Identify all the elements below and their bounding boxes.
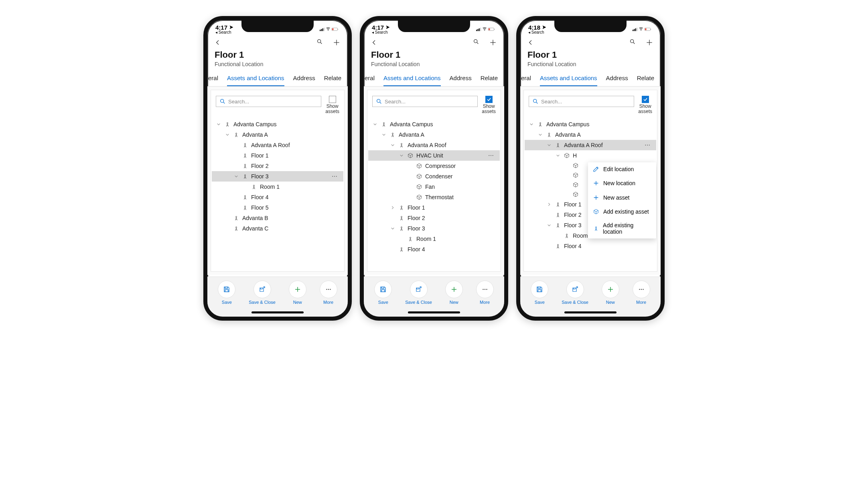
context-menu-item[interactable]: New asset xyxy=(588,190,656,205)
bottom-save-button[interactable]: Save xyxy=(531,281,548,305)
chevron-icon[interactable] xyxy=(555,154,561,158)
chevron-icon[interactable] xyxy=(546,202,552,206)
tab-assets and locations[interactable]: Assets and Locations xyxy=(227,71,284,86)
search-icon[interactable] xyxy=(629,38,636,46)
context-menu-item[interactable]: Edit location xyxy=(588,162,656,176)
add-icon[interactable] xyxy=(645,38,653,46)
bottom-save-button[interactable]: Save xyxy=(374,281,392,305)
page-header: Floor 1Functional Location xyxy=(364,50,504,71)
chevron-icon[interactable] xyxy=(216,122,221,126)
tree-node[interactable]: Advanta C xyxy=(212,223,343,234)
tree-node[interactable]: HVAC Unit⋯ xyxy=(368,150,500,161)
tree-node[interactable]: Floor 1 xyxy=(368,202,500,213)
tree-node[interactable]: Floor 2 xyxy=(368,213,500,223)
add-icon[interactable] xyxy=(489,38,497,46)
bottom-new-button[interactable]: New xyxy=(602,281,619,305)
tab-assets and locations[interactable]: Assets and Locations xyxy=(540,71,597,86)
tree-node[interactable]: Advanta A Roof xyxy=(368,140,500,150)
tree-node[interactable]: Floor 2 xyxy=(212,161,343,171)
bottom-saveclose-button[interactable]: Save & Close xyxy=(562,281,588,305)
node-more-icon[interactable]: ⋯ xyxy=(332,173,341,180)
show-assets-toggle[interactable]: Showassets xyxy=(482,96,496,114)
tree-node[interactable]: Room 1 xyxy=(212,182,343,192)
tab-eral[interactable]: eral xyxy=(516,71,531,86)
location-icon xyxy=(555,243,561,249)
tree-node[interactable]: Advanta A xyxy=(368,129,500,140)
tree-node[interactable]: Room 1 xyxy=(368,234,500,244)
tree-node[interactable]: Condenser xyxy=(368,171,500,182)
bottom-saveclose-button[interactable]: Save & Close xyxy=(405,281,432,305)
back-button[interactable] xyxy=(527,38,534,46)
chevron-icon[interactable] xyxy=(529,122,534,126)
tab-relate[interactable]: Relate xyxy=(637,71,654,86)
tree-node[interactable]: Thermostat xyxy=(368,192,500,202)
tree-node[interactable]: Advanta B xyxy=(212,213,343,223)
tree-node[interactable]: Advanta Campus xyxy=(212,119,343,129)
bottom-more-button[interactable]: More xyxy=(633,281,650,305)
search-input[interactable]: Search... xyxy=(216,96,321,107)
tree-node[interactable]: Floor 4 xyxy=(525,241,656,251)
chevron-icon[interactable] xyxy=(390,226,395,230)
chevron-icon[interactable] xyxy=(225,133,230,137)
back-button[interactable] xyxy=(371,38,377,46)
tree-node[interactable]: Advanta A xyxy=(525,129,656,140)
bottom-save-button[interactable]: Save xyxy=(218,281,235,305)
node-more-icon[interactable]: ⋯ xyxy=(488,152,497,159)
tree-node[interactable]: Floor 4 xyxy=(368,244,500,255)
chevron-icon[interactable] xyxy=(233,174,239,178)
bottom-new-button[interactable]: New xyxy=(289,281,306,305)
bottom-saveclose-button[interactable]: Save & Close xyxy=(249,281,276,305)
bottom-more-button[interactable]: More xyxy=(320,281,337,305)
nav-bar xyxy=(364,35,504,50)
show-assets-toggle[interactable]: Showassets xyxy=(325,96,339,114)
tree-node[interactable]: Floor 4 xyxy=(212,192,343,202)
tree-node[interactable]: Advanta A Roof xyxy=(212,140,343,150)
search-input[interactable]: Search... xyxy=(372,96,478,107)
search-icon[interactable] xyxy=(473,38,479,46)
tree-node[interactable]: H xyxy=(525,150,656,161)
tree-node[interactable]: Advanta A Roof⋯ xyxy=(525,140,656,150)
location-icon xyxy=(593,226,599,231)
context-menu-item[interactable]: Add existing location xyxy=(588,218,656,238)
search-icon[interactable] xyxy=(316,38,323,46)
tab-address[interactable]: Address xyxy=(450,71,472,86)
chevron-icon[interactable] xyxy=(390,206,395,210)
status-back-link[interactable]: ◂ Search xyxy=(372,30,390,34)
chevron-icon[interactable] xyxy=(546,143,552,147)
tab-eral[interactable]: eral xyxy=(203,71,218,86)
tab-relate[interactable]: Relate xyxy=(324,71,341,86)
tree-node[interactable]: Advanta Campus xyxy=(525,119,656,129)
tree-node[interactable]: Floor 3 xyxy=(368,223,500,234)
tree-node[interactable]: Advanta Campus xyxy=(368,119,500,129)
context-menu-item[interactable]: Add existing asset xyxy=(588,205,656,218)
tab-relate[interactable]: Relate xyxy=(481,71,498,86)
tree-node[interactable]: Advanta A xyxy=(212,129,343,140)
chevron-icon[interactable] xyxy=(390,143,395,147)
status-back-link[interactable]: ◂ Search xyxy=(215,30,234,34)
location-icon xyxy=(381,121,387,127)
chevron-icon[interactable] xyxy=(381,133,387,137)
tab-assets and locations[interactable]: Assets and Locations xyxy=(383,71,441,86)
tree-node-label: Condenser xyxy=(425,173,453,180)
tree-node[interactable]: Floor 1 xyxy=(212,150,343,161)
show-assets-toggle[interactable]: Showassets xyxy=(638,96,652,114)
tab-address[interactable]: Address xyxy=(293,71,315,86)
tab-address[interactable]: Address xyxy=(606,71,628,86)
tree-node[interactable]: Floor 3⋯ xyxy=(212,171,343,182)
context-menu-item[interactable]: New location xyxy=(588,176,656,190)
search-input[interactable]: Search... xyxy=(529,96,634,107)
tree-node[interactable]: Floor 5 xyxy=(212,202,343,213)
status-back-link[interactable]: ◂ Search xyxy=(528,30,547,34)
chevron-icon[interactable] xyxy=(546,223,552,227)
chevron-icon[interactable] xyxy=(372,122,378,126)
chevron-icon[interactable] xyxy=(537,133,543,137)
bottom-more-button[interactable]: More xyxy=(476,281,494,305)
node-more-icon[interactable]: ⋯ xyxy=(645,142,654,148)
back-button[interactable] xyxy=(215,38,221,46)
chevron-icon[interactable] xyxy=(399,154,404,158)
add-icon[interactable] xyxy=(333,38,341,46)
tab-eral[interactable]: eral xyxy=(360,71,375,86)
bottom-new-button[interactable]: New xyxy=(445,281,463,305)
tree-node[interactable]: Fan xyxy=(368,182,500,192)
tree-node[interactable]: Compressor xyxy=(368,161,500,171)
